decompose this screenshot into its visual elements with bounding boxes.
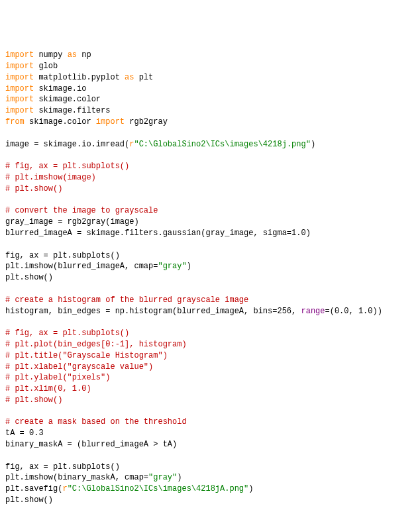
kw-as: as	[68, 50, 77, 60]
comment-show: # plt.show()	[5, 184, 62, 193]
python-source-code: import numpy as np import glob import ma…	[5, 50, 415, 508]
comment-show2: # plt.show()	[5, 395, 62, 405]
comment-title: # plt.title("Grayscale Histogram")	[5, 351, 168, 360]
comment-plot: # plt.plot(bin_edges[0:-1], histogram)	[5, 340, 187, 349]
kw-import: import	[5, 106, 34, 115]
line-imshowMask-b: )	[177, 473, 182, 482]
mod-skimage-io: skimage.io	[34, 84, 86, 93]
line-savefig-a: plt.savefig(	[5, 484, 62, 493]
string-path-2: "C:\GlobalSino2\ICs\images\4218jA.png"	[68, 484, 249, 493]
mod-skimage-color2: skimage.color	[25, 117, 96, 127]
kw-import: import	[5, 73, 34, 82]
line-savefig-b: )	[248, 484, 253, 493]
line-grayimage: gray_image = rgb2gray(image)	[5, 217, 139, 227]
kw-import: import	[5, 62, 34, 71]
string-path-1: "C:\GlobalSino2\ICs\images\4218j.png"	[134, 140, 310, 149]
line-subplots3: fig, ax = plt.subplots()	[5, 462, 120, 472]
line-hist-a: histogram, bin_edges = np.histogram(blur…	[5, 307, 301, 316]
kw-as: as	[125, 73, 134, 82]
line-show3: plt.show()	[5, 495, 53, 505]
comment-grayscale: # convert the image to grayscale	[5, 206, 158, 215]
kw-import: import	[5, 95, 34, 104]
line-subplots1: fig, ax = plt.subplots()	[5, 251, 120, 260]
line-blurredA: blurred_imageA = skimage.filters.gaussia…	[5, 229, 311, 238]
comment-ylabel: # plt.ylabel("pixels")	[5, 373, 110, 382]
comment-imshow: # plt.imshow(image)	[5, 173, 96, 182]
mod-numpy: numpy	[34, 50, 67, 60]
mod-mpl: matplotlib.pyplot	[34, 73, 125, 82]
comment-xlabel: # plt.xlabel("grayscale value")	[5, 362, 153, 372]
alias-plt: plt	[134, 73, 153, 82]
kw-from: from	[5, 117, 25, 127]
line-tA: tA = 0.3	[5, 429, 44, 438]
mod-skimage-color: skimage.color	[34, 95, 101, 104]
kw-import: import	[5, 50, 34, 60]
mod-skimage-filters: skimage.filters	[34, 106, 110, 115]
comment-mask: # create a mask based on the threshold	[5, 417, 187, 427]
line-imshowMask-a: plt.imshow(binary_maskA, cmap=	[5, 473, 148, 482]
line-show1: plt.show()	[5, 273, 53, 282]
mod-glob: glob	[34, 62, 58, 71]
kw-import: import	[96, 117, 125, 127]
name-rgb2gray: rgb2gray	[125, 117, 168, 127]
string-gray-2: "gray"	[148, 473, 177, 482]
comment-xlim: # plt.xlim(0, 1.0)	[5, 384, 91, 393]
line-hist-b: =(0.0, 1.0))	[325, 307, 382, 316]
comment-subplots: # fig, ax = plt.subplots()	[5, 162, 129, 171]
line-binarymaskA: binary_maskA = (blurred_imageA > tA)	[5, 440, 177, 449]
line-imshowA-b: )	[187, 262, 191, 271]
raw-prefix2: r	[62, 484, 67, 493]
kw-import: import	[5, 84, 34, 93]
line-imread: image = skimage.io.imread(	[5, 140, 129, 149]
comment-histogram: # create a histogram of the blurred gray…	[5, 295, 248, 305]
comment-subplots2: # fig, ax = plt.subplots()	[5, 329, 129, 338]
paren-close: )	[311, 140, 315, 149]
builtin-range: range	[301, 307, 325, 316]
string-gray-1: "gray"	[158, 262, 186, 271]
line-imshowA-a: plt.imshow(blurred_imageA, cmap=	[5, 262, 158, 271]
alias-np: np	[77, 50, 91, 60]
